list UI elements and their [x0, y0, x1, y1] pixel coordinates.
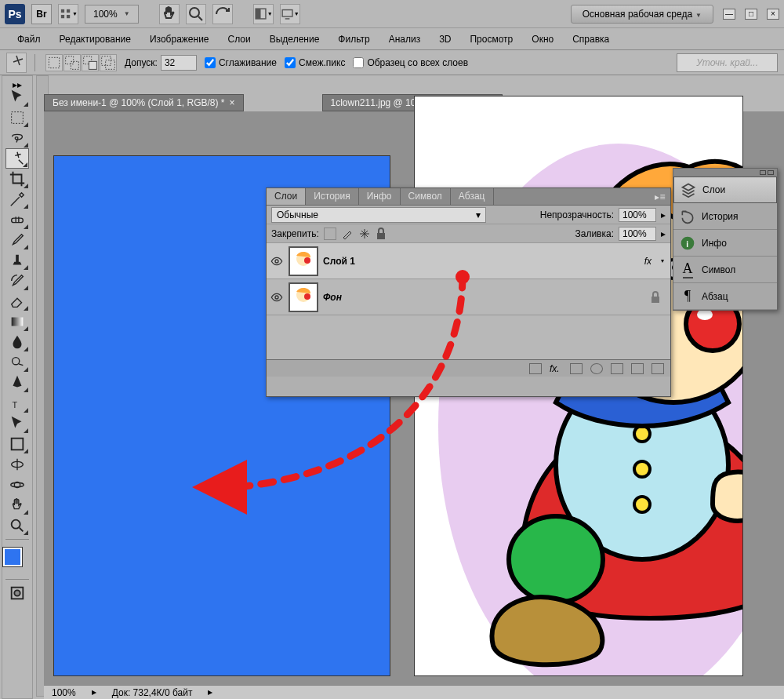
menu-edit[interactable]: Редактирование	[50, 31, 140, 48]
layer-name[interactable]: Слой 1	[323, 256, 640, 267]
dock-item-info[interactable]: i Инфо	[673, 230, 777, 257]
screen-mode-icon[interactable]: ▼	[280, 4, 300, 24]
menu-window[interactable]: Окно	[522, 31, 563, 48]
path-selection-tool[interactable]	[5, 413, 29, 434]
menu-file[interactable]: Файл	[8, 31, 50, 48]
fill-flyout-icon[interactable]: ▸	[661, 228, 666, 239]
view-extras-button[interactable]: ▼	[58, 4, 78, 24]
hand-tool-icon[interactable]	[159, 4, 180, 24]
document-tab-1[interactable]: Без имени-1 @ 100% (Слой 1, RGB/8) *×	[44, 94, 244, 111]
panel-tab-paragraph[interactable]: Абзац	[451, 188, 494, 205]
dock-item-paragraph[interactable]: ¶ Абзац	[673, 283, 777, 310]
zoom-level[interactable]: 100%	[85, 5, 139, 24]
lock-pixels-icon[interactable]	[341, 228, 354, 240]
tools-grip[interactable]: ▸▸	[5, 79, 29, 87]
menu-select[interactable]: Выделение	[260, 31, 329, 48]
zoom-tool-icon[interactable]	[186, 4, 206, 24]
dock-item-history[interactable]: История	[673, 203, 777, 230]
status-doc-size[interactable]: Док: 732,4К/0 байт	[112, 687, 193, 698]
clone-stamp-tool[interactable]	[5, 250, 29, 271]
panel-tab-layers[interactable]: Слои	[267, 188, 306, 205]
tolerance-input[interactable]	[161, 55, 197, 71]
menu-3d[interactable]: 3D	[430, 31, 460, 48]
new-layer-icon[interactable]	[631, 363, 644, 374]
opacity-input[interactable]	[619, 208, 656, 222]
shape-tool[interactable]	[5, 434, 29, 454]
contiguous-checkbox[interactable]: Смеж.пикс	[285, 57, 345, 68]
layer-row[interactable]: Слой 1 fx ▾	[267, 243, 670, 279]
arrange-documents-icon[interactable]: ▼	[253, 4, 274, 24]
hand-tool[interactable]	[5, 495, 29, 515]
menu-help[interactable]: Справка	[563, 31, 619, 48]
layer-fx-chevron-icon[interactable]: ▾	[661, 257, 664, 264]
current-tool-icon[interactable]	[6, 53, 27, 73]
layer-row[interactable]: Фон	[267, 279, 670, 315]
layer-style-icon[interactable]: fx.	[550, 363, 562, 374]
3d-rotate-tool[interactable]	[5, 454, 29, 475]
foreground-color[interactable]	[3, 548, 22, 566]
3d-orbit-tool[interactable]	[5, 475, 29, 495]
zoom-tool[interactable]	[5, 515, 29, 536]
selection-new-icon[interactable]	[45, 54, 63, 71]
selection-intersect-icon[interactable]	[100, 54, 117, 71]
quick-mask-toggle[interactable]	[5, 583, 29, 603]
close-tab-icon[interactable]: ×	[230, 97, 235, 108]
dock-header[interactable]	[673, 169, 777, 177]
minimize-button[interactable]: —	[723, 9, 735, 20]
gradient-tool[interactable]	[5, 311, 29, 332]
panel-tab-info[interactable]: Инфо	[359, 188, 401, 205]
antialias-checkbox[interactable]: Сглаживание	[205, 57, 277, 68]
magic-wand-tool[interactable]	[5, 148, 29, 169]
menu-view[interactable]: Просмотр	[460, 31, 522, 48]
rotate-view-icon[interactable]	[212, 4, 233, 24]
menu-filter[interactable]: Фильтр	[328, 31, 379, 48]
opacity-flyout-icon[interactable]: ▸	[661, 209, 666, 220]
dodge-tool[interactable]	[5, 352, 29, 373]
selection-subtract-icon[interactable]	[82, 54, 99, 71]
dock-item-layers[interactable]: Слои	[673, 177, 777, 203]
visibility-toggle-icon[interactable]	[270, 254, 284, 268]
workspace-switcher[interactable]: Основная рабочая среда	[571, 5, 713, 24]
menu-analysis[interactable]: Анализ	[379, 31, 430, 48]
layer-fx-indicator[interactable]: fx	[644, 256, 652, 267]
panel-menu-icon[interactable]: ▸≡	[650, 188, 670, 205]
type-tool[interactable]: T	[5, 393, 29, 413]
status-zoom[interactable]: 100%	[52, 687, 76, 698]
layer-mask-icon[interactable]	[570, 363, 583, 374]
layers-panel[interactable]: Слои История Инфо Символ Абзац ▸≡ Обычны…	[266, 187, 671, 397]
menu-image[interactable]: Изображение	[140, 31, 219, 48]
history-brush-tool[interactable]	[5, 271, 29, 291]
close-button[interactable]: ×	[767, 9, 779, 20]
lasso-tool[interactable]	[5, 128, 29, 148]
sample-all-checkbox[interactable]: Образец со всех слоев	[353, 57, 468, 68]
panel-tab-history[interactable]: История	[306, 188, 359, 205]
marquee-tool[interactable]	[5, 107, 29, 128]
crop-tool[interactable]	[5, 169, 29, 189]
blur-tool[interactable]	[5, 332, 29, 352]
layer-thumbnail[interactable]	[289, 246, 318, 276]
visibility-toggle-icon[interactable]	[270, 290, 284, 304]
delete-layer-icon[interactable]	[652, 363, 664, 374]
eyedropper-tool[interactable]	[5, 189, 29, 209]
move-tool[interactable]	[5, 87, 29, 107]
maximize-button[interactable]: □	[745, 9, 757, 20]
layer-name[interactable]: Фон	[323, 292, 645, 303]
brush-tool[interactable]	[5, 230, 29, 250]
layer-group-icon[interactable]	[611, 363, 623, 374]
lock-position-icon[interactable]	[358, 228, 371, 240]
layer-thumbnail[interactable]	[289, 282, 318, 312]
lock-transparency-icon[interactable]	[324, 228, 336, 240]
selection-add-icon[interactable]	[64, 54, 81, 71]
lock-all-icon[interactable]	[376, 228, 387, 240]
healing-brush-tool[interactable]	[5, 209, 29, 230]
blend-mode-dropdown[interactable]: Обычные▾	[271, 207, 486, 223]
color-swatches[interactable]	[3, 548, 31, 576]
dock-item-character[interactable]: A Символ	[673, 257, 777, 283]
bridge-button[interactable]: Br	[31, 4, 52, 24]
link-layers-icon[interactable]	[529, 363, 542, 374]
panel-tab-character[interactable]: Символ	[401, 188, 451, 205]
fill-input[interactable]	[619, 227, 656, 241]
pen-tool[interactable]	[5, 373, 29, 393]
refine-edge-button[interactable]: Уточн. край...	[677, 53, 778, 72]
menu-layers[interactable]: Слои	[219, 31, 260, 48]
